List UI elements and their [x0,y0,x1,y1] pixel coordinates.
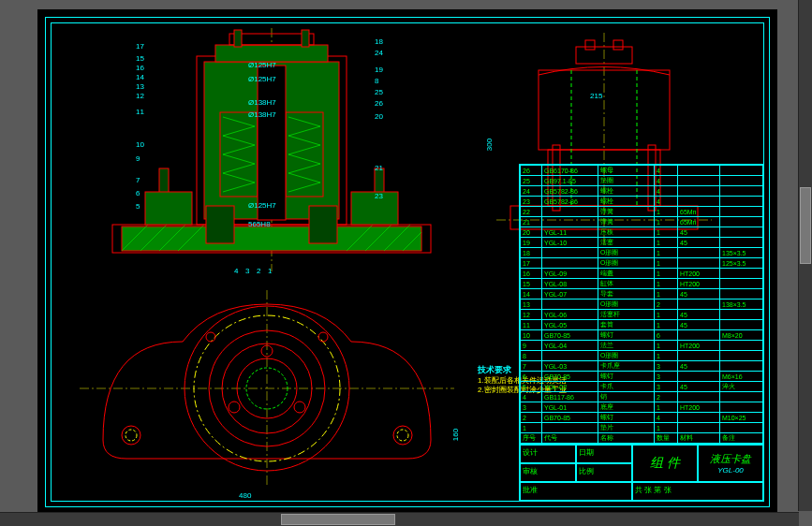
parts-list-row: 24GB5782-86螺栓4 [521,186,763,197]
svg-point-54 [318,332,328,342]
dim-d3: Ø138H7 [248,98,276,107]
balloon-26: 26 [375,99,383,108]
parts-list-row: 18O形圈1135×3.5 [521,248,763,258]
balloon-10: 10 [136,140,144,149]
parts-list-row: 21弹簧165Mn [521,217,763,227]
parts-list-row: 2GB70-85螺钉4M10×25 [521,413,763,423]
balloon-16: 16 [136,64,144,72]
parts-list-row: 5YGL-02卡爪345淬火 [521,382,763,392]
parts-list-row: 7YGL-03卡爪座345 [521,361,763,372]
parts-list-row: 26GB6170-86螺母4 [521,166,763,176]
balloon-11: 11 [136,108,144,116]
svg-rect-21 [309,206,337,243]
balloon-15: 15 [136,54,144,63]
balloon-9: 9 [136,154,140,163]
balloon-25: 25 [375,88,383,96]
svg-point-40 [122,426,140,445]
h-scroll-thumb[interactable] [281,514,395,525]
parts-list-row: 9YGL-04法兰1HT200 [521,341,763,351]
parts-list-row: 20YGL-11压板145 [521,227,763,238]
dim-plan-h: 160 [451,429,460,441]
parts-list-row: 22弹簧165Mn [521,207,763,217]
svg-rect-15 [215,45,328,62]
parts-list-row: 19YGL-10活塞145 [521,238,763,248]
parts-list-row: 13O形圈2138×3.5 [521,300,763,310]
parts-list-table: 26GB6170-86螺母425GB97.1-85垫圈424GB5782-86螺… [520,165,763,444]
svg-point-41 [393,426,412,445]
svg-point-53 [206,332,215,342]
balloon-17: 17 [136,42,144,51]
drawing-number: YGL-00 [717,466,744,475]
svg-point-43 [397,430,408,441]
parts-list-row: 23GB5782-86螺栓4 [521,197,763,207]
dim-plan-w: 480 [239,491,251,500]
balloon-14: 14 [136,73,144,81]
balloon-18: 18 [375,37,383,46]
title-block: 26GB6170-86螺母425GB97.1-85垫圈424GB5782-86螺… [519,164,764,502]
dim-side-w: 215 [590,92,602,100]
tb-design: 设计 [520,445,576,463]
parts-list-row: 4GB117-86销2 [521,392,763,402]
dim-side-h: 300 [485,139,494,151]
horizontal-scrollbar[interactable] [0,512,799,526]
vertical-scrollbar[interactable] [798,0,812,511]
parts-list-row: 16YGL-09端盖1HT200 [521,269,763,279]
parts-list-row: 6GB70-85螺钉3M6×16 [521,372,763,382]
parts-list-row: 17O形圈1125×3.5 [521,258,763,269]
svg-rect-24 [145,192,192,225]
balloon-20: 20 [375,112,383,121]
dim-d6: 565H8 [248,220,271,228]
parts-list-row: 8O形圈1 [521,351,763,361]
tb-check: 审核 [520,463,576,482]
balloon-5: 5 [136,202,140,211]
svg-rect-32 [585,40,595,50]
tb-date1: 日期 [576,445,632,463]
balloon-12: 12 [136,92,144,100]
plan-view [80,290,454,487]
drawing-canvas[interactable]: 17 15 16 14 13 12 11 10 9 7 6 5 18 24 19… [37,9,777,515]
tb-appr: 批准 [520,482,632,501]
dim-d2: Ø125H7 [248,75,276,83]
balloon-2: 2 [257,267,260,275]
svg-rect-2 [122,226,421,251]
parts-list-row: 1垫片1 [521,423,763,433]
balloon-1: 1 [268,267,272,275]
parts-list-row: 15YGL-08缸体1HT200 [521,279,763,289]
balloon-7: 7 [136,176,140,184]
balloon-3: 3 [245,267,249,275]
parts-list-row: 14YGL-07导套145 [521,289,763,300]
balloon-6: 6 [136,189,140,197]
parts-list-row: 3YGL-01底座1HT200 [521,402,763,413]
svg-rect-33 [613,40,623,50]
dim-d5: Ø125H7 [248,201,276,210]
v-scroll-thumb[interactable] [800,187,811,264]
parts-list-header: 序号 代号 名称 数量 材料 备注 [521,433,763,444]
parts-list-row: 10GB70-85螺钉6M8×20 [521,330,763,341]
balloon-4: 4 [234,267,238,275]
title-block-lower: 设计 日期 组 件 液压卡盘 YGL-00 审核 比例 批准 共 张 第 张 [520,444,763,501]
cad-viewport: 17 15 16 14 13 12 11 10 9 7 6 5 18 24 19… [0,0,812,526]
svg-rect-20 [206,206,234,243]
svg-point-52 [229,402,240,413]
balloon-8: 8 [375,77,378,85]
parts-list-row: 11YGL-05套筒145 [521,320,763,330]
balloon-23: 23 [375,192,383,200]
tb-sheet: 共 张 第 张 [632,482,763,501]
tb-scale: 比例 [576,463,632,482]
svg-rect-18 [302,30,309,47]
balloon-21: 21 [375,164,383,172]
balloon-13: 13 [136,82,144,91]
product-name-cell: 液压卡盘 YGL-00 [698,445,763,482]
svg-point-42 [125,430,137,441]
svg-point-51 [294,402,305,413]
balloon-19: 19 [375,66,383,74]
product-name: 液压卡盘 [710,452,751,466]
parts-list-row: 12YGL-06活塞杆145 [521,310,763,320]
parts-list-row: 25GB97.1-85垫圈4 [521,176,763,186]
balloon-24: 24 [375,49,383,57]
svg-rect-19 [258,66,286,220]
dim-d1: Ø125H7 [248,61,276,69]
dim-d4: Ø138H7 [248,110,276,119]
svg-rect-17 [234,30,242,47]
drawing-title: 组 件 [632,445,698,482]
